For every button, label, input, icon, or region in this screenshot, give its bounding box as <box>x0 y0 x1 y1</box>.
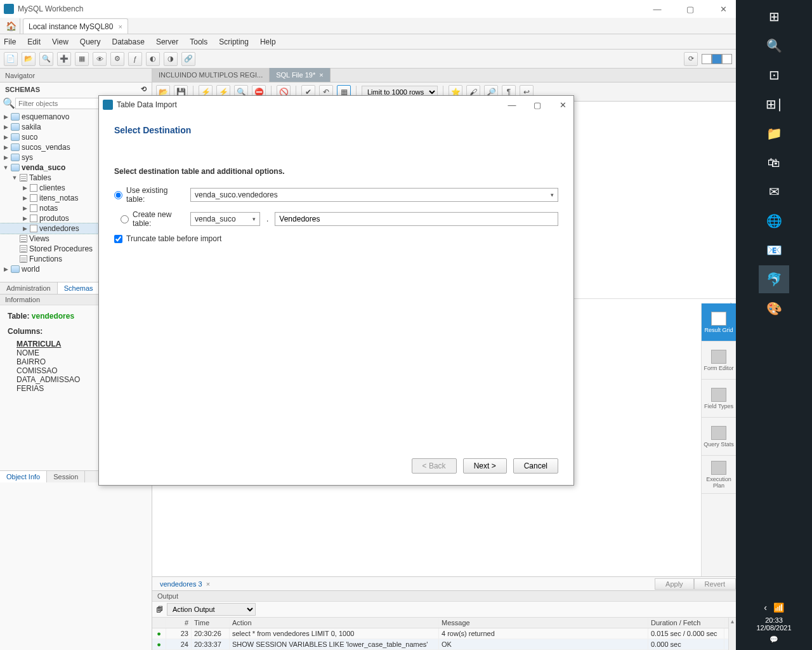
output-type-select[interactable]: Action Output <box>167 603 256 616</box>
toolbar-newschema-icon[interactable]: ➕ <box>57 52 71 66</box>
editor-tab-1[interactable]: SQL File 19*× <box>270 68 330 82</box>
connection-tab-label: Local instance MySQL80 <box>29 22 113 31</box>
schema-sys[interactable]: sys <box>22 153 33 162</box>
editor-tabs: INCLUINDO MULTIPLOS REGI... SQL File 19*… <box>152 69 736 83</box>
tray-action-center-icon[interactable]: 💬 <box>769 635 778 644</box>
truncate-checkbox[interactable]: Truncate table before import <box>114 234 558 243</box>
menu-view[interactable]: View <box>52 37 69 46</box>
window-maximize[interactable]: ▢ <box>681 4 699 14</box>
existing-table-select[interactable]: venda_suco.vendedores▾ <box>190 188 558 202</box>
taskbar-mysql-icon[interactable]: 🐬 <box>759 265 789 293</box>
menu-scripting[interactable]: Scripting <box>219 37 249 46</box>
toolbar-inspector-icon[interactable]: 🔍 <box>39 52 53 66</box>
new-table-input[interactable] <box>275 212 558 226</box>
home-icon[interactable]: 🏠 <box>3 18 20 34</box>
connection-tab-close[interactable]: × <box>118 23 122 30</box>
taskbar-chrome-icon[interactable]: 🌐 <box>759 207 789 235</box>
dialog-minimize[interactable]: — <box>505 100 519 110</box>
schema-esquemanovo[interactable]: esquemanovo <box>22 112 69 121</box>
schema-venda-suco[interactable]: venda_suco <box>22 163 65 172</box>
new-schema-select[interactable]: venda_suco▾ <box>190 212 260 226</box>
dialog-subhead: Select destination table and additional … <box>114 167 558 176</box>
menu-help[interactable]: Help <box>260 37 276 46</box>
start-button[interactable]: ⊞ <box>759 3 789 30</box>
fn-folder[interactable]: Functions <box>29 255 62 263</box>
result-tab-close[interactable]: × <box>206 580 210 588</box>
rs-tab-result-grid[interactable]: Result Grid <box>702 303 736 342</box>
tray-overflow-icon[interactable]: ‹ <box>764 602 767 613</box>
menu-server[interactable]: Server <box>156 37 178 46</box>
tab-administration[interactable]: Administration <box>0 282 58 294</box>
table-produtos[interactable]: produtos <box>39 214 69 223</box>
dialog-maximize[interactable]: ▢ <box>530 100 544 110</box>
toolbar-b2-icon[interactable]: ◑ <box>164 52 178 66</box>
schema-suco[interactable]: suco <box>22 133 37 142</box>
dialog-icon <box>103 100 113 110</box>
output-scroll-up-icon[interactable]: ▴ <box>728 618 736 650</box>
window-close[interactable]: ✕ <box>714 4 732 14</box>
col-data-admissao: DATA_ADMISSAO <box>16 375 80 384</box>
table-clientes[interactable]: clientes <box>39 183 65 192</box>
editor-tab-1-close[interactable]: × <box>319 71 323 79</box>
toolbar-refresh-icon[interactable]: ⟳ <box>684 52 698 66</box>
taskbar-paint-icon[interactable]: 🎨 <box>759 295 789 322</box>
menu-file[interactable]: File <box>4 37 16 46</box>
output-row-1[interactable]: ● 24 20:33:37 SHOW SESSION VARIABLES LIK… <box>152 639 728 650</box>
toolbar-b1-icon[interactable]: ◐ <box>146 52 160 66</box>
window-minimize[interactable]: — <box>648 4 666 14</box>
taskbar-outlook-icon[interactable]: 📧 <box>759 236 789 264</box>
rs-tab-execution-plan[interactable]: Execution Plan <box>702 456 736 494</box>
tray-time[interactable]: 20:33 <box>765 616 783 624</box>
rs-tab-field-types[interactable]: Field Types <box>702 380 736 418</box>
taskbar-explorer-icon[interactable]: 📁 <box>759 119 789 147</box>
next-button[interactable]: Next > <box>463 458 507 474</box>
apply-button[interactable]: Apply <box>655 578 694 590</box>
table-notas[interactable]: notas <box>39 204 58 213</box>
toolbar-newfn-icon[interactable]: ƒ <box>128 52 142 66</box>
menu-edit[interactable]: Edit <box>27 37 41 46</box>
tab-object-info[interactable]: Object Info <box>0 471 47 482</box>
schema-sucos-vendas[interactable]: sucos_vendas <box>22 143 70 152</box>
sp-folder[interactable]: Stored Procedures <box>29 244 93 253</box>
back-button[interactable]: < Back <box>412 458 457 474</box>
toolbar-newview-icon[interactable]: 👁 <box>93 52 107 66</box>
toolbar-newtable-icon[interactable]: ▦ <box>75 52 89 66</box>
cancel-button[interactable]: Cancel <box>513 458 558 474</box>
table-vendedores[interactable]: vendedores <box>39 224 79 233</box>
taskbar-search-icon[interactable]: 🔍 <box>759 32 789 60</box>
connection-tab[interactable]: Local instance MySQL80 × <box>23 18 128 34</box>
editor-tab-0[interactable]: INCLUINDO MULTIPLOS REGI... <box>152 68 270 82</box>
tray-wifi-icon[interactable]: 📶 <box>773 602 784 613</box>
tab-session[interactable]: Session <box>47 471 85 482</box>
toolbar-newquery-icon[interactable]: 📄 <box>4 52 18 66</box>
table-itens-notas[interactable]: itens_notas <box>39 194 78 202</box>
schemas-refresh-icon[interactable]: ⟲ <box>141 85 147 93</box>
rs-tab-form-editor[interactable]: Form Editor <box>702 342 736 380</box>
radio-use-existing[interactable]: Use existing table: <box>114 186 184 204</box>
toolbar-open-icon[interactable]: 📂 <box>22 52 36 66</box>
result-tab-vendedores[interactable]: vendedores 3× <box>155 579 215 589</box>
taskbar-mail-icon[interactable]: ✉ <box>759 178 789 206</box>
schema-world[interactable]: world <box>22 265 40 274</box>
rs-tab-query-stats[interactable]: Query Stats <box>702 418 736 456</box>
views-folder[interactable]: Views <box>29 234 49 243</box>
output-copy-icon[interactable]: 🗐 <box>156 606 163 613</box>
tray-date[interactable]: 12/08/2021 <box>756 624 791 632</box>
tab-schemas[interactable]: Schemas <box>58 282 100 294</box>
taskbar-taskview-icon[interactable]: ⊡ <box>759 61 789 89</box>
out-col-num: # <box>166 618 192 628</box>
menu-database[interactable]: Database <box>112 37 145 46</box>
toolbar-b3-icon[interactable]: 🔗 <box>181 52 195 66</box>
menu-tools[interactable]: Tools <box>190 37 207 46</box>
taskbar-store-icon[interactable]: 🛍 <box>759 149 789 176</box>
radio-create-new[interactable]: Create new table: <box>114 210 184 228</box>
output-row-0[interactable]: ● 23 20:30:26 select * from vendedores L… <box>152 628 728 639</box>
dialog-close[interactable]: ✕ <box>556 100 570 110</box>
tables-folder[interactable]: Tables <box>29 173 51 182</box>
menu-query[interactable]: Query <box>80 37 101 46</box>
taskbar-widget-icon[interactable]: ⊞∣ <box>759 90 789 118</box>
revert-button[interactable]: Revert <box>694 578 736 590</box>
toolbar-newsp-icon[interactable]: ⚙ <box>110 52 124 66</box>
toolbar-panel-toggle[interactable] <box>702 54 732 64</box>
schema-sakila[interactable]: sakila <box>22 123 41 131</box>
